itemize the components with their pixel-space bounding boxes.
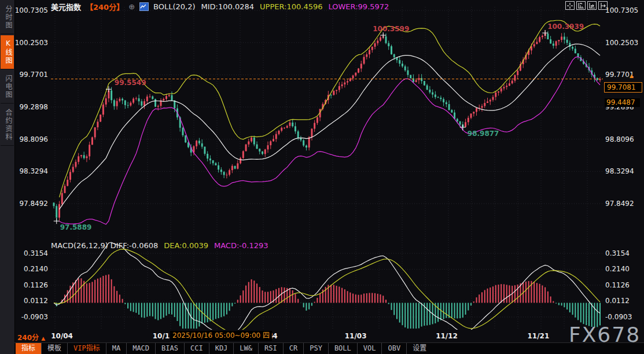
toolbar-item-BIAS[interactable]: BIAS bbox=[155, 343, 184, 354]
svg-text:97.5889: 97.5889 bbox=[60, 223, 92, 231]
secondary-price-label: 99.4487 bbox=[605, 98, 640, 107]
macd-tick-left: 0.3154 bbox=[14, 249, 48, 257]
chart-type-icon[interactable] bbox=[139, 2, 149, 11]
toolbar-item-OBV[interactable]: OBV bbox=[381, 343, 406, 354]
date-label: 10/04 bbox=[51, 332, 73, 340]
crosshair-icon[interactable] bbox=[565, 1, 575, 10]
date-label: 11/03 bbox=[345, 332, 367, 340]
svg-text:100.3939: 100.3939 bbox=[547, 23, 584, 31]
symbol-name: 美元指数 bbox=[51, 1, 81, 12]
toolbar-item-设置[interactable]: 设置 bbox=[406, 343, 432, 354]
period-selector-label: 240分 bbox=[17, 334, 39, 342]
toolbar-item-VIP指标[interactable]: VIP指标 bbox=[67, 343, 106, 354]
sidebar-tab-K线图[interactable]: K线图 bbox=[1, 35, 14, 69]
macd-chart[interactable] bbox=[51, 240, 603, 330]
price-tick-left: 98.8096 bbox=[14, 135, 48, 143]
indicator-toolbar: 指标模板VIP指标MAMACDBIASCCIKDJLW&RSICRPSYBOLL… bbox=[14, 342, 644, 354]
macd-tick-right: -0.0903 bbox=[605, 313, 642, 321]
macd-tick-right: 0.2140 bbox=[605, 265, 642, 273]
toolbar-item-PSY[interactable]: PSY bbox=[303, 343, 328, 354]
sidebar-tab-闪电图[interactable]: 闪电图 bbox=[1, 71, 14, 104]
price-tick-left: 99.7701 bbox=[14, 71, 48, 79]
macd-tick-left: 0.0112 bbox=[14, 297, 48, 305]
period-selector[interactable]: 240分 ▲ bbox=[17, 332, 45, 342]
date-label: 11/21 bbox=[527, 332, 549, 340]
price-tick-right: 100.7305 bbox=[605, 6, 642, 14]
svg-text:98.9877: 98.9877 bbox=[468, 130, 499, 138]
indicator-legend-item: UPPER:100.4596 bbox=[260, 2, 322, 11]
macd-tick-left: 0.1126 bbox=[14, 281, 48, 289]
toolbar-item-BOLL[interactable]: BOLL bbox=[328, 343, 357, 354]
indicator-legend: BOLL(20,2)MID:100.0284UPPER:100.4596LOWE… bbox=[153, 2, 389, 11]
macd-legend: MACD(26,12,9) DIFF:-0.0608DEA:0.0039MACD… bbox=[51, 241, 268, 250]
macd-tick-left: 0.2140 bbox=[14, 265, 48, 273]
svg-text:100.3599: 100.3599 bbox=[373, 25, 409, 33]
price-chart[interactable]: 97.588999.5549100.359998.9877100.3939 bbox=[51, 0, 603, 240]
sidebar: 分时图K线图闪电图合约资料 bbox=[0, 0, 15, 354]
toolbar-item-指标[interactable]: 指标 bbox=[16, 343, 41, 354]
price-tick-right: 98.8096 bbox=[605, 135, 642, 143]
toolbar-item-CCI[interactable]: CCI bbox=[184, 343, 209, 354]
date-axis: 240分 ▲ 10/0410/152411/0311/1211/21 2025/… bbox=[0, 330, 644, 342]
svg-text:99.5549: 99.5549 bbox=[115, 79, 146, 87]
period-label[interactable]: 【240分】 bbox=[86, 1, 124, 12]
sidebar-tab-合约资料[interactable]: 合约资料 bbox=[1, 105, 14, 146]
price-up-arrow-icon: ▲ bbox=[630, 73, 634, 79]
toolbar-item-LW&[interactable]: LW& bbox=[233, 343, 258, 354]
macd-tick-right: 0.1126 bbox=[605, 281, 642, 289]
indicator-legend-item: MID:100.0284 bbox=[201, 2, 254, 11]
current-price-label: 99.7081 bbox=[604, 82, 642, 93]
chart-app: 分时图K线图闪电图合约资料 97.588999.5549100.359998.9… bbox=[0, 0, 644, 354]
toolbar-item-CR[interactable]: CR bbox=[283, 343, 303, 354]
macd-tick-right: 0.0112 bbox=[605, 297, 642, 305]
price-tick-left: 97.8492 bbox=[14, 200, 48, 208]
macd-legend-item: DEA:0.0039 bbox=[164, 241, 208, 250]
macd-legend-item: MACD(26,12,9) DIFF:-0.0608 bbox=[51, 241, 158, 250]
toolbar-item-MACD[interactable]: MACD bbox=[126, 343, 155, 354]
toolbar-item-VOL[interactable]: VOL bbox=[357, 343, 382, 354]
price-tick-left: 100.2503 bbox=[14, 39, 48, 47]
hover-time-tooltip: 2025/10/16 05:00~09:00 四 bbox=[170, 331, 272, 341]
toolbar-item-模板[interactable]: 模板 bbox=[41, 343, 67, 354]
watermark: FX678 bbox=[569, 323, 641, 346]
macd-tick-left: -0.0903 bbox=[14, 313, 48, 321]
price-tick-left: 100.7305 bbox=[14, 6, 48, 14]
price-tick-right: 99.7701 bbox=[605, 71, 642, 79]
add-indicator-icon[interactable]: ⊕ bbox=[128, 2, 135, 11]
zoom-reset-icon[interactable] bbox=[576, 1, 586, 10]
price-tick-left: 99.2898 bbox=[14, 103, 48, 111]
period-selector-arrow-icon: ▲ bbox=[41, 335, 45, 341]
indicator-legend-item: LOWER:99.5972 bbox=[329, 2, 389, 11]
price-tick-right: 100.2503 bbox=[605, 39, 642, 47]
chart-tool-icons bbox=[565, 1, 608, 10]
pan-right-icon[interactable] bbox=[587, 1, 597, 10]
indicator-legend-item: BOLL(20,2) bbox=[153, 2, 196, 11]
toolbar-item-KDJ[interactable]: KDJ bbox=[209, 343, 234, 354]
chart-header: 美元指数 【240分】 ⊕ BOLL(20,2)MID:100.0284UPPE… bbox=[51, 1, 389, 12]
price-tick-left: 98.3294 bbox=[14, 167, 48, 175]
macd-legend-item: MACD:-0.1293 bbox=[214, 241, 268, 250]
toolbar-item-RSI[interactable]: RSI bbox=[258, 343, 283, 354]
toolbar-item-MA[interactable]: MA bbox=[106, 343, 126, 354]
macd-tick-right: 0.3154 bbox=[605, 249, 642, 257]
sidebar-tab-分时图[interactable]: 分时图 bbox=[1, 1, 14, 34]
sidebar-tabs: 分时图K线图闪电图合约资料 bbox=[0, 1, 14, 146]
price-tick-right: 98.3294 bbox=[605, 167, 642, 175]
price-tick-right: 97.8492 bbox=[605, 200, 642, 208]
goto-latest-icon[interactable] bbox=[598, 1, 608, 10]
date-label: 11/12 bbox=[436, 332, 458, 340]
